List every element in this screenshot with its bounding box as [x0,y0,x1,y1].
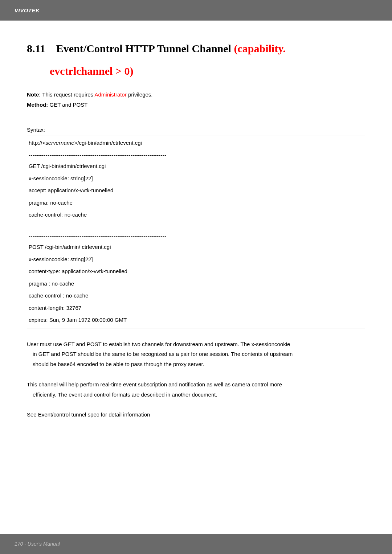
syntax-post-line: POST /cgi-bin/admin/ ctrlevent.cgi [29,243,363,251]
method-label: Method: [27,102,48,108]
url-suffix: /cgi-bin/admin/ctrlevent.cgi [77,140,142,146]
para-line: in GET and POST should be the same to be… [27,349,365,359]
para-line: should be base64 encoded to be able to p… [27,359,365,369]
method-value: GET and POST [48,102,87,108]
para-line: efficiently. The event and control forma… [27,390,365,400]
syntax-get-header: x-sessioncookie: string[22] [29,175,363,183]
spacer [29,223,363,228]
paragraph-3: See Event/control tunnel spec for detail… [27,410,365,420]
syntax-get-line: GET /cgi-bin/admin/ctrlevent.cgi [29,162,363,171]
section-title-red1: (capability. [234,42,286,54]
page: VIVOTEK 8.11 Event/Control HTTP Tunnel C… [0,0,392,554]
footer-text: 170 - User's Manual [15,541,60,547]
syntax-url-line: http://<servername>/cgi-bin/admin/ctrlev… [29,139,363,147]
footer-bar: 170 - User's Manual [0,534,392,554]
method-block: Method: GET and POST [27,102,365,108]
dashes-separator: ----------------------------------------… [29,151,363,160]
syntax-post-header: cache-control : no-cache [29,292,363,300]
syntax-get-header: cache-control: no-cache [29,211,363,219]
para-line: User must use GET and POST to establish … [27,339,365,349]
syntax-get-header: accept: application/x-vvtk-tunnelled [29,186,363,195]
header-bar: VIVOTEK [0,0,392,20]
syntax-box: http://<servername>/cgi-bin/admin/ctrlev… [27,135,365,328]
syntax-get-header: pragma: no-cache [29,199,363,207]
servername-placeholder: <servername> [42,140,78,146]
section-title: 8.11 Event/Control HTTP Tunnel Channel (… [27,40,365,80]
dashes-separator: ----------------------------------------… [29,232,363,241]
para-line: See Event/control tunnel spec for detail… [27,410,365,420]
note-admin: Administrator [94,91,126,98]
url-prefix: http:// [29,140,42,146]
note-label: Note: [27,91,41,98]
syntax-post-header: content-type: application/x-vvtk-tunnell… [29,267,363,276]
syntax-post-header: x-sessioncookie: string[22] [29,255,363,264]
syntax-post-header: expires: Sun, 9 Jam 1972 00:00:00 GMT [29,316,363,324]
note-block: Note: This request requires Administrato… [27,91,365,98]
syntax-post-header: content-length: 32767 [29,304,363,312]
brand-text: VIVOTEK [15,7,40,13]
note-text-before: This request requires [41,91,94,98]
section-title-main: Event/Control HTTP Tunnel Channel [56,42,234,54]
section-title-red2: evctrlchannel > 0) [50,62,365,80]
content-area: 8.11 Event/Control HTTP Tunnel Channel (… [0,21,392,420]
paragraph-2: This channel will help perform real-time… [27,379,365,400]
section-number: 8.11 [27,42,45,54]
syntax-label: Syntax: [27,127,365,133]
note-text-after: privileges. [127,91,153,98]
para-line: This channel will help perform real-time… [27,379,365,390]
syntax-post-header: pragma : no-cache [29,280,363,288]
paragraph-1: User must use GET and POST to establish … [27,339,365,369]
